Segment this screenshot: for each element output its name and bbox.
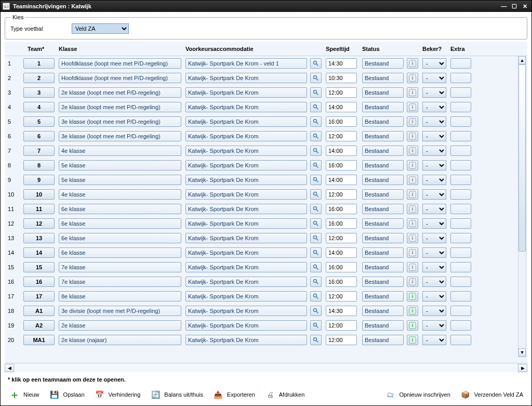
extra-box[interactable] bbox=[450, 306, 471, 316]
extra-box[interactable] bbox=[450, 291, 471, 302]
search-accom-button[interactable] bbox=[310, 277, 322, 287]
klasse-input[interactable] bbox=[59, 277, 181, 287]
opslaan-button[interactable]: 💾 Opslaan bbox=[49, 389, 85, 400]
extra-box[interactable] bbox=[450, 87, 471, 98]
accom-input[interactable] bbox=[185, 73, 307, 83]
klasse-input[interactable] bbox=[59, 131, 181, 141]
team-button[interactable]: 1 bbox=[23, 58, 55, 69]
info-button[interactable]: i bbox=[407, 277, 418, 287]
speeltijd-input[interactable] bbox=[326, 306, 357, 316]
accom-input[interactable] bbox=[185, 146, 307, 156]
beker-select[interactable]: - bbox=[422, 306, 446, 316]
klasse-input[interactable] bbox=[59, 73, 181, 83]
team-button[interactable]: 11 bbox=[23, 204, 55, 214]
balans-button[interactable]: 🔄 Balans uit/thuis bbox=[150, 389, 203, 400]
status-input[interactable] bbox=[362, 291, 404, 302]
info-button[interactable]: i bbox=[407, 262, 418, 272]
scroll-down-button[interactable]: ▼ bbox=[518, 348, 526, 357]
team-button[interactable]: 9 bbox=[23, 175, 55, 185]
info-button[interactable]: i bbox=[407, 160, 418, 171]
speeltijd-input[interactable] bbox=[326, 58, 357, 69]
close-button[interactable]: ✕ bbox=[520, 2, 529, 10]
accom-input[interactable] bbox=[185, 131, 307, 141]
accom-input[interactable] bbox=[185, 58, 307, 69]
speeltijd-input[interactable] bbox=[326, 160, 357, 171]
search-accom-button[interactable] bbox=[310, 218, 322, 229]
scroll-up-button[interactable]: ▲ bbox=[518, 56, 526, 64]
beker-select[interactable]: - bbox=[422, 73, 446, 83]
status-input[interactable] bbox=[362, 131, 404, 141]
search-accom-button[interactable] bbox=[310, 262, 322, 272]
extra-box[interactable] bbox=[450, 277, 471, 287]
team-button[interactable]: 15 bbox=[23, 262, 55, 272]
info-button[interactable]: i bbox=[407, 87, 418, 98]
info-button[interactable]: i bbox=[407, 189, 418, 200]
beker-select[interactable]: - bbox=[422, 335, 446, 345]
status-input[interactable] bbox=[362, 87, 404, 98]
search-accom-button[interactable] bbox=[310, 160, 322, 171]
search-accom-button[interactable] bbox=[310, 58, 322, 69]
accom-input[interactable] bbox=[185, 218, 307, 229]
team-button[interactable]: 14 bbox=[23, 247, 55, 258]
info-button[interactable]: i bbox=[407, 58, 418, 69]
accom-input[interactable] bbox=[185, 189, 307, 200]
search-accom-button[interactable] bbox=[310, 306, 322, 316]
team-button[interactable]: 8 bbox=[23, 160, 55, 171]
team-button[interactable]: 10 bbox=[23, 189, 55, 200]
status-input[interactable] bbox=[362, 247, 404, 258]
scroll-thumb[interactable] bbox=[518, 64, 526, 252]
status-input[interactable] bbox=[362, 320, 404, 331]
team-button[interactable]: 6 bbox=[23, 131, 55, 141]
klasse-input[interactable] bbox=[59, 320, 181, 331]
status-input[interactable] bbox=[362, 218, 404, 229]
speeltijd-input[interactable] bbox=[326, 189, 357, 200]
klasse-input[interactable] bbox=[59, 160, 181, 171]
status-input[interactable] bbox=[362, 335, 404, 345]
accom-input[interactable] bbox=[185, 291, 307, 302]
team-button[interactable]: A2 bbox=[23, 320, 55, 331]
speeltijd-input[interactable] bbox=[326, 277, 357, 287]
minimize-button[interactable]: — bbox=[499, 2, 509, 10]
extra-box[interactable] bbox=[450, 218, 471, 229]
accom-input[interactable] bbox=[185, 233, 307, 243]
speeltijd-input[interactable] bbox=[326, 73, 357, 83]
beker-select[interactable]: - bbox=[422, 116, 446, 127]
info-button[interactable]: i bbox=[407, 131, 418, 141]
info-button[interactable]: i bbox=[407, 247, 418, 258]
team-button[interactable]: 4 bbox=[23, 102, 55, 112]
team-button[interactable]: 3 bbox=[23, 87, 55, 98]
accom-input[interactable] bbox=[185, 277, 307, 287]
accom-input[interactable] bbox=[185, 87, 307, 98]
accom-input[interactable] bbox=[185, 116, 307, 127]
klasse-input[interactable] bbox=[59, 262, 181, 272]
speeltijd-input[interactable] bbox=[326, 175, 357, 185]
status-input[interactable] bbox=[362, 189, 404, 200]
klasse-input[interactable] bbox=[59, 233, 181, 243]
accom-input[interactable] bbox=[185, 335, 307, 345]
search-accom-button[interactable] bbox=[310, 175, 322, 185]
info-button[interactable]: i bbox=[407, 335, 418, 345]
vertical-scrollbar[interactable]: ▲ ▼ bbox=[518, 56, 526, 357]
speeltijd-input[interactable] bbox=[326, 146, 357, 156]
info-button[interactable]: i bbox=[407, 73, 418, 83]
klasse-input[interactable] bbox=[59, 175, 181, 185]
klasse-input[interactable] bbox=[59, 247, 181, 258]
search-accom-button[interactable] bbox=[310, 87, 322, 98]
beker-select[interactable]: - bbox=[422, 204, 446, 214]
status-input[interactable] bbox=[362, 277, 404, 287]
team-button[interactable]: 5 bbox=[23, 116, 55, 127]
beker-select[interactable]: - bbox=[422, 58, 446, 69]
info-button[interactable]: i bbox=[407, 291, 418, 302]
speeltijd-input[interactable] bbox=[326, 233, 357, 243]
accom-input[interactable] bbox=[185, 306, 307, 316]
info-button[interactable]: i bbox=[407, 204, 418, 214]
speeltijd-input[interactable] bbox=[326, 291, 357, 302]
status-input[interactable] bbox=[362, 160, 404, 171]
beker-select[interactable]: - bbox=[422, 189, 446, 200]
extra-box[interactable] bbox=[450, 335, 471, 345]
status-input[interactable] bbox=[362, 58, 404, 69]
speeltijd-input[interactable] bbox=[326, 320, 357, 331]
team-button[interactable]: 7 bbox=[23, 146, 55, 156]
klasse-input[interactable] bbox=[59, 116, 181, 127]
beker-select[interactable]: - bbox=[422, 218, 446, 229]
